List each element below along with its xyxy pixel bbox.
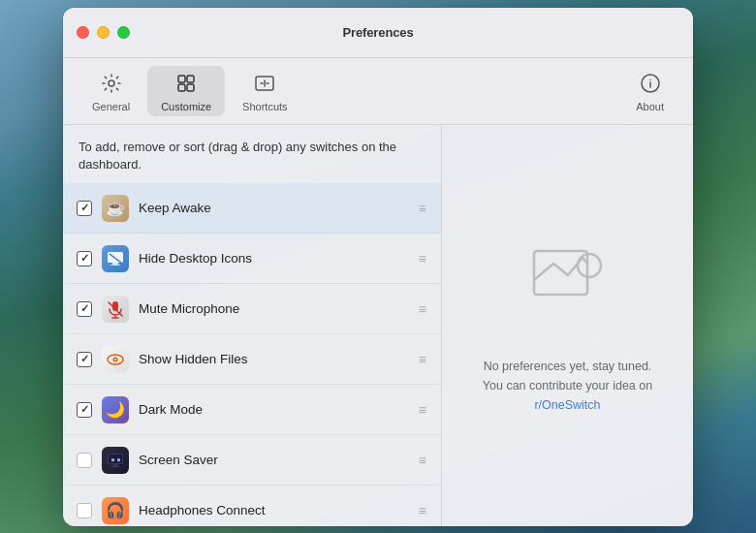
description-text: To add, remove or sort (drag & drop) any… <box>63 125 441 183</box>
shortcuts-icon <box>251 70 278 97</box>
list-item[interactable]: ✓ 🌙 Dark Mode ≡ <box>63 385 441 435</box>
close-button[interactable] <box>77 26 89 39</box>
show-hidden-checkbox[interactable]: ✓ <box>77 352 92 367</box>
shortcuts-label: Shortcuts <box>242 101 287 112</box>
drag-handle-icon[interactable]: ≡ <box>419 503 427 518</box>
toolbar-item-customize[interactable]: Customize <box>147 66 225 116</box>
placeholder-graphic <box>520 236 616 337</box>
content-area: To add, remove or sort (drag & drop) any… <box>63 125 693 526</box>
headphones-icon: 🎧 <box>102 497 129 524</box>
svg-point-25 <box>578 254 601 277</box>
svg-point-7 <box>649 79 651 81</box>
svg-rect-1 <box>178 76 185 82</box>
drag-handle-icon[interactable]: ≡ <box>419 453 427 468</box>
checkmark-icon: ✓ <box>80 203 89 213</box>
placeholder-sub-text: You can contribute your idea on <box>483 379 652 392</box>
titlebar: Preferences <box>63 8 693 58</box>
keep-awake-label: Keep Awake <box>139 201 419 215</box>
svg-rect-4 <box>187 84 194 91</box>
svg-rect-10 <box>110 265 120 266</box>
mute-mic-checkbox[interactable]: ✓ <box>77 301 92 317</box>
drag-handle-icon[interactable]: ≡ <box>419 251 427 266</box>
left-panel: To add, remove or sort (drag & drop) any… <box>63 125 441 526</box>
toolbar-item-shortcuts[interactable]: Shortcuts <box>229 66 300 116</box>
drag-handle-icon[interactable]: ≡ <box>419 201 427 216</box>
screen-saver-icon: ■ ■ <box>102 447 129 474</box>
customize-label: Customize <box>161 101 211 112</box>
toolbar-left: General Customize <box>79 66 301 116</box>
svg-rect-2 <box>187 76 194 82</box>
toolbar: General Customize <box>63 58 693 125</box>
list-item[interactable]: 🎧 Headphones Connect ≡ <box>63 486 441 526</box>
svg-text:■ ■: ■ ■ <box>111 456 120 462</box>
svg-rect-3 <box>178 84 185 91</box>
checkmark-icon: ✓ <box>80 303 89 314</box>
window-controls <box>77 26 130 39</box>
toolbar-item-general[interactable]: General <box>79 66 143 116</box>
checkmark-icon: ✓ <box>80 253 89 264</box>
checkmark-icon: ✓ <box>80 404 89 415</box>
list-item[interactable]: ✓ Mute Microphone ≡ <box>63 284 441 334</box>
about-label: About <box>636 101 664 112</box>
dark-mode-label: Dark Mode <box>139 402 419 417</box>
drag-handle-icon[interactable]: ≡ <box>419 402 427 418</box>
preferences-window: Preferences General <box>63 8 693 526</box>
switches-list: ✓ ☕ Keep Awake ≡ ✓ <box>63 183 441 526</box>
keep-awake-icon: ☕ <box>102 195 129 222</box>
show-hidden-label: Show Hidden Files <box>139 352 419 366</box>
headphones-label: Headphones Connect <box>139 503 419 517</box>
window-title: Preferences <box>342 25 413 40</box>
maximize-button[interactable] <box>117 26 130 39</box>
hide-desktop-label: Hide Desktop Icons <box>139 251 419 266</box>
screen-saver-checkbox[interactable] <box>77 453 92 468</box>
about-icon <box>637 70 664 97</box>
svg-rect-9 <box>112 263 118 265</box>
show-hidden-icon <box>102 346 129 373</box>
screen-saver-label: Screen Saver <box>139 453 419 467</box>
svg-point-18 <box>114 359 116 361</box>
list-item[interactable]: ✓ Show Hidden Files ≡ <box>63 334 441 385</box>
placeholder-text: No preferences yet, stay tuned. You can … <box>461 357 674 415</box>
hide-desktop-icon <box>102 245 129 272</box>
mute-mic-icon <box>102 296 129 323</box>
svg-point-0 <box>109 80 114 86</box>
mute-mic-label: Mute Microphone <box>139 301 419 316</box>
svg-rect-22 <box>111 466 120 467</box>
hide-desktop-checkbox[interactable]: ✓ <box>77 251 92 266</box>
keep-awake-checkbox[interactable]: ✓ <box>77 201 92 216</box>
drag-handle-icon[interactable]: ≡ <box>419 352 427 367</box>
right-panel: No preferences yet, stay tuned. You can … <box>441 125 693 526</box>
placeholder-main-text: No preferences yet, stay tuned. <box>484 360 652 373</box>
reddit-link[interactable]: r/OneSwitch <box>534 398 600 412</box>
general-label: General <box>92 101 130 112</box>
list-item[interactable]: ✓ ☕ Keep Awake ≡ <box>63 183 441 234</box>
customize-icon <box>173 70 200 97</box>
drag-handle-icon[interactable]: ≡ <box>419 301 427 317</box>
minimize-button[interactable] <box>97 26 110 39</box>
list-item[interactable]: ✓ Hide Desktop Icons ≡ <box>63 234 441 284</box>
list-item[interactable]: ■ ■ Screen Saver ≡ <box>63 435 441 486</box>
toolbar-right: About <box>622 66 677 116</box>
headphones-checkbox[interactable] <box>77 503 92 518</box>
dark-mode-icon: 🌙 <box>102 396 129 423</box>
toolbar-item-about[interactable]: About <box>622 66 677 116</box>
general-icon <box>98 70 125 97</box>
checkmark-icon: ✓ <box>80 354 89 364</box>
svg-rect-21 <box>113 464 117 466</box>
dark-mode-checkbox[interactable]: ✓ <box>77 402 92 418</box>
